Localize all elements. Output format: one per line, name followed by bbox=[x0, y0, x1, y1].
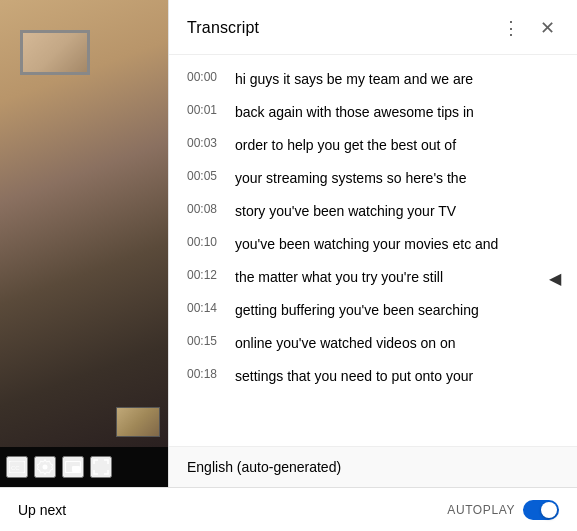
video-panel: CC bbox=[0, 0, 168, 487]
timestamp: 00:10 bbox=[187, 235, 219, 249]
close-button[interactable]: ✕ bbox=[533, 14, 561, 42]
autoplay-container: AUTOPLAY bbox=[447, 500, 559, 520]
bottom-bar: Up next AUTOPLAY bbox=[0, 487, 577, 531]
transcript-text: the matter what you try you're still bbox=[235, 267, 443, 288]
up-next-label: Up next bbox=[18, 502, 66, 518]
autoplay-toggle[interactable] bbox=[523, 500, 559, 520]
language-bar[interactable]: English (auto-generated) bbox=[169, 446, 577, 487]
transcript-row[interactable]: 00:08story you've been watching your TV bbox=[169, 195, 577, 228]
transcript-text: your streaming systems so here's the bbox=[235, 168, 466, 189]
timestamp: 00:15 bbox=[187, 334, 219, 348]
transcript-row[interactable]: 00:14getting buffering you've been searc… bbox=[169, 294, 577, 327]
picture-frame bbox=[20, 30, 90, 75]
transcript-row[interactable]: 00:15online you've watched videos on on bbox=[169, 327, 577, 360]
toggle-knob bbox=[541, 502, 557, 518]
svg-rect-4 bbox=[72, 466, 80, 472]
video-thumbnail bbox=[116, 407, 160, 437]
transcript-text: getting buffering you've been searching bbox=[235, 300, 479, 321]
transcript-row[interactable]: 00:05your streaming systems so here's th… bbox=[169, 162, 577, 195]
svg-point-2 bbox=[43, 465, 48, 470]
transcript-row[interactable]: 00:00hi guys it says be my team and we a… bbox=[169, 63, 577, 96]
cursor-indicator: ◀ bbox=[549, 268, 561, 287]
more-options-button[interactable]: ⋮ bbox=[497, 14, 525, 42]
svg-text:CC: CC bbox=[11, 465, 20, 471]
transcript-row[interactable]: 00:18settings that you need to put onto … bbox=[169, 360, 577, 393]
transcript-title: Transcript bbox=[187, 19, 259, 37]
timestamp: 00:01 bbox=[187, 103, 219, 117]
transcript-text: settings that you need to put onto your bbox=[235, 366, 473, 387]
miniplayer-button[interactable] bbox=[62, 456, 84, 478]
main-container: CC bbox=[0, 0, 577, 487]
transcript-body[interactable]: 00:00hi guys it says be my team and we a… bbox=[169, 55, 577, 446]
transcript-row[interactable]: 00:10you've been watching your movies et… bbox=[169, 228, 577, 261]
header-icons: ⋮ ✕ bbox=[497, 14, 561, 42]
transcript-row[interactable]: 00:12the matter what you try you're stil… bbox=[169, 261, 577, 294]
transcript-header: Transcript ⋮ ✕ bbox=[169, 0, 577, 55]
transcript-text: online you've watched videos on on bbox=[235, 333, 456, 354]
timestamp: 00:00 bbox=[187, 70, 219, 84]
transcript-row[interactable]: 00:03order to help you get the best out … bbox=[169, 129, 577, 162]
autoplay-label: AUTOPLAY bbox=[447, 503, 515, 517]
timestamp: 00:03 bbox=[187, 136, 219, 150]
timestamp: 00:08 bbox=[187, 202, 219, 216]
transcript-text: hi guys it says be my team and we are bbox=[235, 69, 473, 90]
settings-button[interactable] bbox=[34, 456, 56, 478]
language-label: English (auto-generated) bbox=[187, 459, 341, 475]
transcript-panel: Transcript ⋮ ✕ 00:00hi guys it says be m… bbox=[168, 0, 577, 487]
video-controls: CC bbox=[0, 447, 168, 487]
timestamp: 00:18 bbox=[187, 367, 219, 381]
timestamp: 00:14 bbox=[187, 301, 219, 315]
timestamp: 00:12 bbox=[187, 268, 219, 282]
transcript-text: you've been watching your movies etc and bbox=[235, 234, 498, 255]
transcript-text: back again with those awesome tips in bbox=[235, 102, 474, 123]
cc-button[interactable]: CC bbox=[6, 456, 28, 478]
transcript-text: order to help you get the best out of bbox=[235, 135, 456, 156]
fullscreen-button[interactable] bbox=[90, 456, 112, 478]
timestamp: 00:05 bbox=[187, 169, 219, 183]
transcript-row[interactable]: 00:01back again with those awesome tips … bbox=[169, 96, 577, 129]
transcript-text: story you've been watching your TV bbox=[235, 201, 456, 222]
